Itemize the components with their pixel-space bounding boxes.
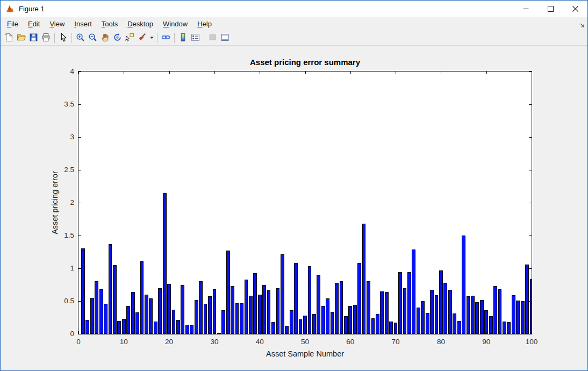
- bar-sample-9: [117, 321, 121, 334]
- axis-tick: [529, 203, 532, 203]
- axis-tick: [350, 331, 351, 334]
- bar-sample-46: [285, 326, 289, 334]
- bar-sample-86: [467, 296, 470, 334]
- bar-sample-18: [158, 288, 162, 334]
- bar-sample-52: [312, 314, 316, 334]
- link-plot-icon: [161, 33, 170, 44]
- brush-button[interactable]: [136, 32, 148, 45]
- open-file-button[interactable]: [15, 32, 27, 45]
- axis-tick: [214, 72, 215, 74]
- bar-sample-66: [376, 314, 379, 334]
- bar-sample-2: [85, 320, 89, 334]
- pan-button[interactable]: [99, 32, 111, 45]
- bar-sample-78: [430, 290, 434, 334]
- menu-item-edit[interactable]: Edit: [23, 18, 45, 30]
- bar-sample-12: [131, 292, 135, 334]
- data-cursor-button[interactable]: [124, 32, 136, 45]
- bar-sample-54: [321, 306, 325, 334]
- menu-item-help[interactable]: Help: [192, 18, 217, 30]
- axis-tick: [529, 72, 532, 72]
- y-tick-label: 4: [49, 67, 74, 76]
- x-tick-label: 80: [427, 338, 454, 346]
- bar-sample-4: [95, 281, 98, 334]
- menu-item-tools[interactable]: Tools: [97, 18, 123, 30]
- save-figure-button[interactable]: [27, 32, 40, 45]
- close-button[interactable]: [563, 1, 587, 17]
- bar-sample-55: [326, 298, 329, 334]
- hide-plot-tools-button[interactable]: [206, 32, 219, 45]
- bar-sample-81: [443, 283, 447, 334]
- axis-tick: [396, 331, 396, 334]
- bar-sample-72: [403, 288, 407, 334]
- bar-sample-16: [149, 298, 153, 334]
- x-tick-label: 40: [246, 338, 273, 346]
- close-icon: [572, 6, 578, 12]
- zoom-out-button[interactable]: [87, 32, 99, 45]
- menu-item-view[interactable]: View: [45, 18, 69, 30]
- bar-sample-30: [213, 289, 217, 334]
- minimize-button[interactable]: [513, 1, 538, 17]
- x-tick-label: 10: [110, 338, 137, 346]
- bar-sample-89: [480, 300, 484, 334]
- brush-dropdown-button[interactable]: [148, 32, 155, 45]
- bar-sample-49: [299, 319, 303, 334]
- print-figure-button[interactable]: [40, 32, 52, 45]
- brush-dropdown-icon: [149, 33, 154, 44]
- pan-icon: [101, 33, 110, 44]
- menu-item-desktop[interactable]: Desktop: [123, 18, 158, 30]
- bar-sample-79: [435, 295, 439, 334]
- axis-tick: [214, 331, 215, 334]
- bar-sample-28: [204, 304, 207, 334]
- menu-item-window[interactable]: Window: [158, 18, 192, 30]
- dock-figure-button[interactable]: [219, 32, 231, 45]
- axis-tick: [486, 331, 487, 334]
- new-figure-icon: [4, 33, 13, 44]
- bar-sample-96: [512, 295, 515, 334]
- new-figure-button[interactable]: [3, 32, 15, 45]
- insert-legend-button[interactable]: [189, 32, 202, 45]
- bar-sample-75: [417, 308, 420, 334]
- open-file-icon: [17, 33, 26, 44]
- x-tick-label: 30: [201, 338, 228, 346]
- edit-plot-cursor-icon: [59, 33, 68, 44]
- axis-tick: [78, 203, 81, 203]
- bar-sample-41: [262, 285, 266, 334]
- edit-plot-cursor-button[interactable]: [57, 32, 69, 45]
- menubar-toggle-icon[interactable]: [579, 20, 585, 30]
- bar-sample-15: [145, 295, 148, 334]
- axis-tick: [529, 104, 532, 105]
- axis-tick: [124, 331, 124, 334]
- bar-sample-51: [308, 266, 312, 334]
- bar-sample-1: [81, 248, 85, 334]
- bar-sample-17: [154, 322, 157, 334]
- title-bar[interactable]: Figure 1: [1, 1, 587, 17]
- insert-colorbar-button[interactable]: [177, 32, 189, 45]
- bar-sample-76: [421, 301, 425, 334]
- bar-sample-13: [135, 312, 139, 334]
- y-tick-label: 3.5: [49, 100, 74, 109]
- matlab-icon: [5, 4, 15, 13]
- x-axis-label: Asset Sample Number: [78, 349, 532, 358]
- brush-icon: [138, 33, 147, 44]
- bar-sample-11: [126, 306, 130, 334]
- link-plot-button[interactable]: [160, 32, 172, 45]
- maximize-button[interactable]: [538, 1, 563, 17]
- axis-tick: [305, 331, 306, 334]
- rotate-3d-button[interactable]: [111, 32, 124, 45]
- bar-sample-48: [294, 263, 298, 334]
- print-figure-icon: [41, 33, 51, 44]
- bar-sample-90: [484, 310, 488, 334]
- zoom-in-button[interactable]: [74, 32, 87, 45]
- axis-tick: [78, 104, 81, 105]
- y-tick-label: 1: [49, 264, 74, 273]
- axis-tick: [78, 334, 81, 334]
- menu-item-insert[interactable]: Insert: [69, 18, 97, 30]
- bar-sample-56: [331, 312, 334, 334]
- x-tick-label: 60: [337, 338, 364, 346]
- bar-sample-63: [362, 224, 366, 334]
- bar-sample-29: [208, 296, 212, 334]
- bar-sample-23: [181, 285, 184, 334]
- axis-tick: [529, 236, 532, 236]
- axis-tick: [529, 334, 532, 334]
- menu-item-file[interactable]: File: [2, 18, 23, 30]
